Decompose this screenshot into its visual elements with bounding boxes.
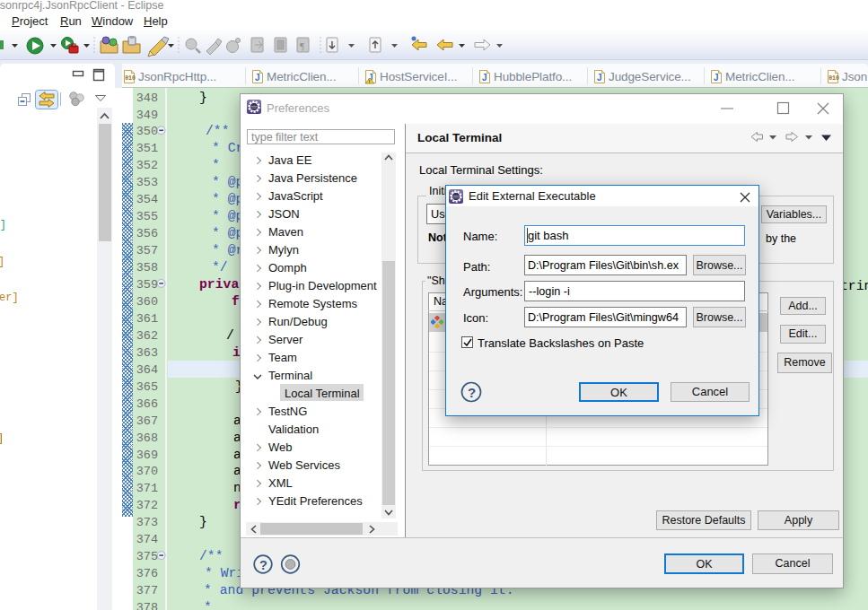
svg-text:?: ? (468, 385, 476, 400)
svg-text:?: ? (259, 558, 267, 572)
svg-text:¶: ¶ (300, 40, 304, 51)
svg-text:!: ! (369, 79, 371, 84)
